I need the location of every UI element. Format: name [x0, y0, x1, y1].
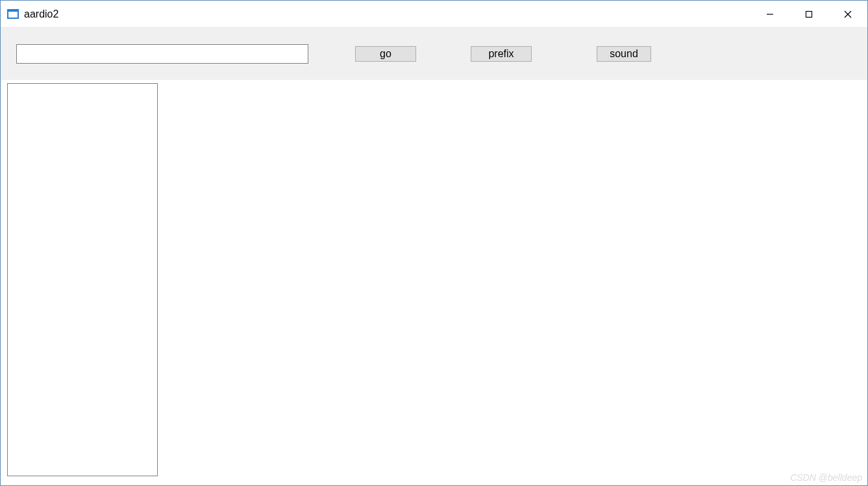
minimize-button[interactable]: [750, 1, 789, 27]
close-icon: [844, 10, 852, 18]
maximize-icon: [805, 10, 813, 18]
svg-rect-1: [806, 11, 812, 17]
app-window: aardio2 go prefix: [0, 0, 868, 486]
prefix-button[interactable]: prefix: [471, 46, 532, 62]
watermark: CSDN @belldeep: [790, 472, 862, 483]
content-area: CSDN @belldeep: [1, 80, 867, 485]
app-icon: [7, 9, 19, 19]
close-button[interactable]: [828, 1, 867, 27]
maximize-button[interactable]: [789, 1, 828, 27]
minimize-icon: [766, 10, 774, 18]
toolbar: go prefix sound: [1, 28, 867, 80]
sound-button[interactable]: sound: [597, 46, 651, 62]
titlebar[interactable]: aardio2: [1, 1, 867, 28]
go-button[interactable]: go: [355, 46, 416, 62]
window-title: aardio2: [24, 8, 750, 20]
search-input[interactable]: [16, 44, 308, 64]
results-listbox[interactable]: [7, 83, 158, 476]
window-controls: [750, 1, 867, 27]
